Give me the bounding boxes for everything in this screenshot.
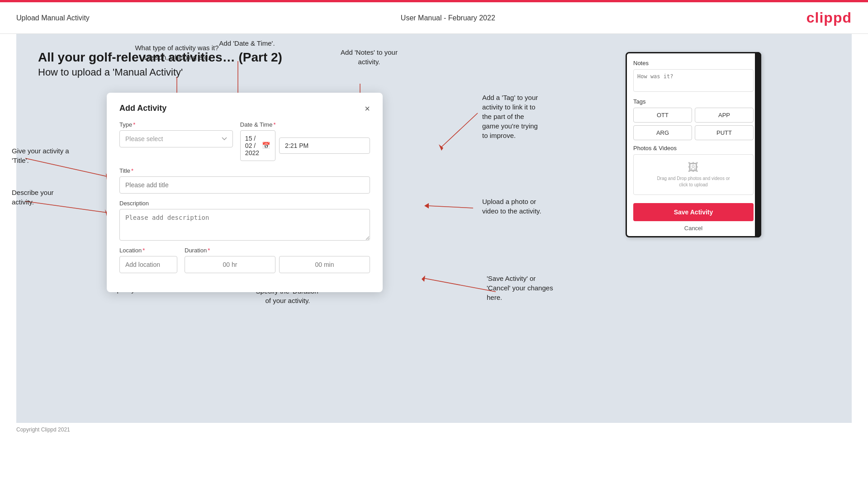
callout-notes: Add 'Notes' to your activity. (324, 47, 414, 66)
date-time-inputs: 15 / 02 / 2022 📅 (240, 130, 370, 161)
notes-textarea[interactable] (633, 69, 754, 92)
duration-group: Duration* (185, 247, 370, 273)
save-section: Save Activity Cancel (627, 199, 760, 236)
description-textarea[interactable] (119, 209, 370, 241)
description-group: Description (119, 200, 370, 241)
dialog-header: Add Activity × (119, 104, 370, 113)
type-datetime-row: Type* Please select Date & Time* 15 / 02… (119, 121, 370, 161)
datetime-group: Date & Time* 15 / 02 / 2022 📅 (240, 121, 370, 161)
type-group: Type* Please select (119, 121, 233, 161)
callout-tag: Add a 'Tag' to your activity to link it … (482, 93, 573, 140)
logo: clippd (806, 9, 852, 26)
callout-save: 'Save Activity' or 'Cancel' your changes… (487, 274, 582, 302)
date-input[interactable]: 15 / 02 / 2022 📅 (240, 130, 275, 161)
callout-photo: Upload a photo or video to the activity. (482, 197, 573, 216)
dialog-wrapper: Add Activity × Type* Please select Date … (107, 93, 383, 292)
phone-panel: Notes Tags OTT APP ARG PUTT Photos & Vid… (626, 52, 761, 237)
title-group: Title* (119, 167, 370, 194)
phone-side-bar (755, 52, 761, 237)
dialog-title: Add Activity (119, 104, 166, 113)
date-value: 15 / 02 / 2022 (245, 135, 259, 156)
photos-text: Drag and Drop photos and videos or click… (637, 175, 749, 188)
location-input[interactable] (119, 256, 177, 273)
phone-screen: Notes Tags OTT APP ARG PUTT Photos & Vid… (626, 52, 761, 237)
tags-label: Tags (633, 98, 754, 105)
notes-label: Notes (633, 60, 754, 66)
svg-line-18 (423, 278, 496, 292)
type-label: Type* (119, 121, 233, 128)
callout-date-time: Add 'Date & Time'. (211, 38, 283, 48)
tags-section: Tags OTT APP ARG PUTT (627, 98, 760, 145)
footer: Copyright Clippd 2021 (0, 423, 868, 436)
tag-arg[interactable]: ARG (633, 125, 692, 140)
photos-section: Photos & Videos 🖼 Drag and Drop photos a… (627, 145, 760, 199)
location-label: Location* (119, 247, 177, 254)
photo-icon: 🖼 (637, 161, 749, 174)
top-bar: Upload Manual Activity User Manual - Feb… (0, 2, 868, 34)
datetime-label: Date & Time* (240, 121, 370, 128)
close-button[interactable]: × (365, 104, 370, 113)
location-duration-row: Location* Duration* (119, 247, 370, 273)
callout-describe: Describe your activity. (12, 188, 80, 207)
duration-label: Duration* (185, 247, 370, 254)
callout-title: Give your activity a 'Title'. (12, 146, 80, 165)
footer-text: Copyright Clippd 2021 (16, 426, 70, 433)
svg-marker-19 (422, 275, 425, 282)
duration-hr-input[interactable] (185, 256, 275, 273)
photos-label: Photos & Videos (633, 145, 754, 152)
calendar-icon: 📅 (262, 142, 270, 150)
manual-label: User Manual - February 2022 (401, 14, 495, 22)
svg-marker-15 (439, 144, 443, 151)
svg-marker-17 (424, 203, 429, 208)
description-label: Description (119, 200, 370, 207)
title-input[interactable] (119, 176, 370, 194)
notes-section: Notes (627, 53, 760, 98)
svg-line-14 (441, 113, 478, 147)
main-content: All your golf-relevant activities… (Part… (16, 34, 852, 423)
phone-container: Notes Tags OTT APP ARG PUTT Photos & Vid… (626, 52, 761, 237)
time-input[interactable] (279, 137, 370, 154)
tag-app[interactable]: APP (695, 108, 754, 123)
tag-ott[interactable]: OTT (633, 108, 692, 123)
title-label: Title* (119, 167, 370, 174)
duration-min-input[interactable] (279, 256, 370, 273)
save-activity-button[interactable]: Save Activity (633, 203, 754, 221)
tags-grid: OTT APP ARG PUTT (633, 108, 754, 140)
page-label: Upload Manual Activity (16, 14, 90, 22)
duration-inputs (185, 256, 370, 273)
location-group: Location* (119, 247, 177, 273)
svg-line-16 (428, 206, 473, 208)
add-activity-dialog: Add Activity × Type* Please select Date … (107, 93, 383, 292)
tag-putt[interactable]: PUTT (695, 125, 754, 140)
photos-upload[interactable]: 🖼 Drag and Drop photos and videos or cli… (633, 154, 754, 195)
cancel-button[interactable]: Cancel (627, 225, 760, 236)
type-select[interactable]: Please select (119, 130, 233, 147)
